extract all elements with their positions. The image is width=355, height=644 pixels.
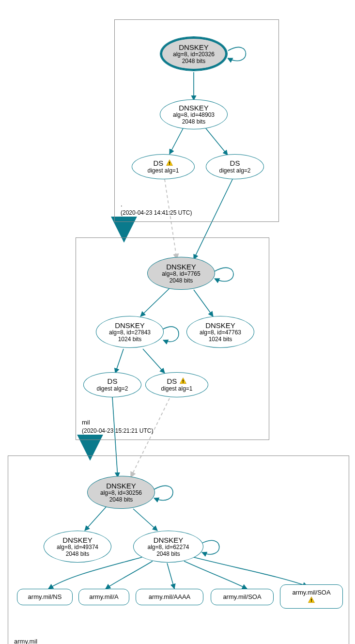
node-ds-root-alg1[interactable]: DS digest alg=1 — [132, 154, 195, 179]
node-dnskey-army-ksk[interactable]: DNSKEY alg=8, id=30256 2048 bits — [87, 476, 155, 509]
node-sub: digest alg=2 — [96, 386, 128, 393]
warning-icon — [179, 377, 187, 385]
node-sub: 2048 bits — [66, 551, 90, 558]
rrset-army-soa-warning[interactable]: army.mil/SOA — [280, 584, 343, 609]
zone-name: army.mil — [14, 637, 85, 644]
ds-label: DS — [153, 159, 163, 167]
node-sub: alg=8, id=30256 — [100, 490, 142, 497]
node-ds-root-alg2[interactable]: DS digest alg=2 — [206, 154, 264, 179]
zone-root-label: . (2020-04-23 14:41:25 UTC) — [121, 200, 192, 217]
node-sub: digest alg=1 — [161, 386, 192, 393]
node-sub: alg=8, id=47763 — [200, 330, 241, 336]
node-title: DS — [108, 377, 118, 385]
node-sub: 2048 bits — [182, 119, 206, 126]
svg-rect-2 — [183, 380, 184, 382]
zone-timestamp: (2020-04-23 15:21:21 UTC) — [82, 427, 153, 435]
node-sub: alg=8, id=27843 — [109, 330, 151, 336]
node-sub: alg=8, id=49374 — [57, 544, 98, 551]
svg-rect-0 — [169, 162, 170, 164]
svg-rect-5 — [311, 601, 312, 602]
node-ds-mil-alg1[interactable]: DS digest alg=1 — [145, 372, 208, 397]
node-title: DNSKEY — [106, 482, 136, 490]
node-dnskey-mil-zsk-27843[interactable]: DNSKEY alg=8, id=27843 1024 bits — [96, 316, 164, 348]
node-sub: 2048 bits — [156, 551, 180, 558]
node-sub: 1024 bits — [118, 336, 142, 343]
rrset-label: army.mil/SOA — [223, 594, 261, 601]
node-title: DNSKEY — [62, 536, 93, 544]
rrset-label: army.mil/AAAA — [149, 594, 190, 601]
node-sub: digest alg=2 — [219, 168, 250, 174]
node-title: DS — [153, 159, 173, 167]
node-title: DNSKEY — [115, 321, 145, 330]
node-sub: alg=8, id=48903 — [173, 112, 215, 119]
node-sub: 2048 bits — [109, 497, 133, 503]
node-sub: alg=8, id=62274 — [147, 544, 189, 551]
node-sub: digest alg=1 — [147, 168, 179, 174]
node-dnskey-root-zsk[interactable]: DNSKEY alg=8, id=48903 2048 bits — [160, 99, 228, 129]
node-sub: alg=8, id=7765 — [162, 271, 200, 278]
node-ds-mil-alg2[interactable]: DS digest alg=2 — [83, 372, 141, 397]
warning-icon — [308, 596, 315, 604]
zone-timestamp: (2020-04-23 14:41:25 UTC) — [121, 209, 192, 217]
node-dnskey-army-zsk-49374[interactable]: DNSKEY alg=8, id=49374 2048 bits — [44, 531, 111, 563]
node-dnskey-mil-zsk-47763[interactable]: DNSKEY alg=8, id=47763 1024 bits — [186, 316, 254, 348]
node-title: DNSKEY — [166, 263, 196, 271]
node-sub: 2048 bits — [170, 278, 193, 284]
zone-name: . — [121, 200, 192, 209]
node-sub: 2048 bits — [182, 58, 206, 65]
zone-armymil-label: army.mil (2020-04-23 16:30:56 UTC) — [14, 637, 85, 644]
rrset-army-aaaa[interactable]: army.mil/AAAA — [136, 589, 203, 605]
node-title: DNSKEY — [179, 43, 209, 51]
rrset-label: army.mil/NS — [28, 594, 62, 601]
node-title: DNSKEY — [154, 536, 184, 544]
node-title: DS — [230, 159, 240, 167]
node-title: DNSKEY — [205, 321, 235, 330]
svg-rect-1 — [169, 164, 170, 165]
rrset-label: army.mil/SOA — [292, 589, 330, 597]
rrset-army-ns[interactable]: army.mil/NS — [17, 589, 73, 605]
node-dnskey-root-ksk[interactable]: DNSKEY alg=8, id=20326 2048 bits — [160, 36, 228, 71]
node-title: DNSKEY — [179, 104, 209, 112]
node-title: DS — [167, 377, 186, 385]
svg-rect-3 — [183, 382, 184, 383]
rrset-label: army.mil/A — [89, 594, 118, 601]
node-dnskey-army-zsk-62274[interactable]: DNSKEY alg=8, id=62274 2048 bits — [133, 531, 203, 563]
rrset-army-soa[interactable]: army.mil/SOA — [211, 589, 274, 605]
rrset-army-a[interactable]: army.mil/A — [78, 589, 129, 605]
zone-name: mil — [82, 418, 153, 427]
node-dnskey-mil-ksk[interactable]: DNSKEY alg=8, id=7765 2048 bits — [147, 257, 215, 290]
dnssec-graph: . (2020-04-23 14:41:25 UTC) mil (2020-04… — [0, 0, 355, 644]
svg-rect-4 — [311, 599, 312, 601]
node-sub: alg=8, id=20326 — [173, 51, 215, 58]
zone-mil-label: mil (2020-04-23 15:21:21 UTC) — [82, 418, 153, 435]
warning-icon — [166, 159, 173, 167]
ds-label: DS — [167, 377, 177, 385]
node-sub: 1024 bits — [209, 336, 232, 343]
